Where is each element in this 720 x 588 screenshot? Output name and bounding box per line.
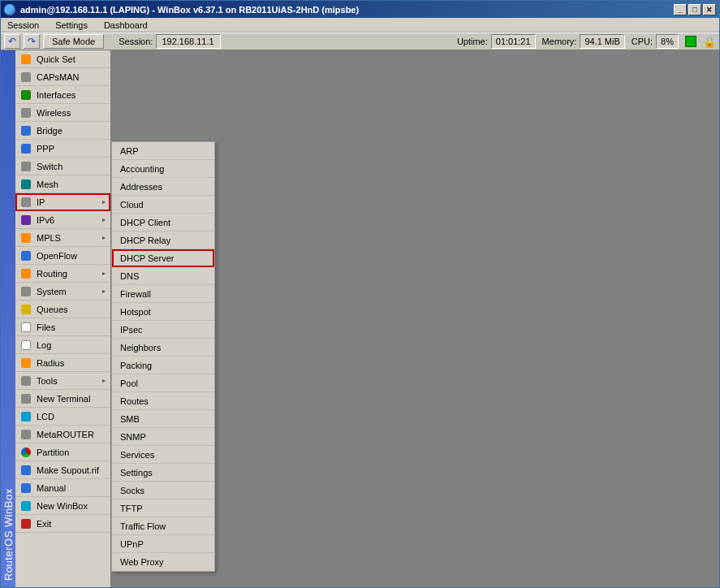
exit-icon — [20, 518, 32, 530]
submenu-item-label: Neighbors — [120, 343, 161, 352]
sidebar-item-label: Exit — [37, 519, 51, 529]
submenu-item-neighbors[interactable]: Neighbors — [112, 339, 214, 357]
sidebar-item-openflow[interactable]: OpenFlow — [15, 247, 110, 265]
submenu-item-label: Cloud — [120, 200, 144, 210]
submenu-item-services[interactable]: Services — [112, 446, 214, 464]
menu-session[interactable]: Session — [4, 19, 42, 32]
sidebar-item-log[interactable]: Log — [15, 336, 110, 354]
submenu-item-upnp[interactable]: UPnP — [112, 535, 214, 553]
log-icon — [20, 339, 32, 351]
sidebar-item-switch[interactable]: Switch — [15, 158, 110, 175]
submenu-item-addresses[interactable]: Addresses — [112, 178, 214, 196]
submenu-item-pool[interactable]: Pool — [112, 374, 214, 392]
sidebar-item-routing[interactable]: Routing▸ — [15, 265, 110, 283]
sidebar-item-mesh[interactable]: Mesh — [15, 175, 110, 193]
submenu-item-firewall[interactable]: Firewall — [112, 285, 214, 303]
sidebar-item-exit[interactable]: Exit — [15, 515, 110, 533]
system-icon — [20, 286, 32, 297]
sidebar-item-label: New Terminal — [37, 394, 90, 404]
sidebar-item-label: Radius — [37, 358, 64, 368]
sidebar-item-ip[interactable]: IP▸ — [15, 193, 110, 211]
cpu-label: CPU: — [632, 37, 653, 46]
submenu-item-cloud[interactable]: Cloud — [112, 196, 214, 214]
sidebar-item-radius[interactable]: Radius — [15, 354, 110, 372]
session-label: Session: — [119, 37, 153, 46]
submenu-item-dhcp-client[interactable]: DHCP Client — [112, 214, 214, 231]
submenu-item-label: Traffic Flow — [120, 521, 166, 531]
sidebar-item-mpls[interactable]: MPLS▸ — [15, 229, 110, 247]
sidebar-item-ipv6[interactable]: IPv6▸ — [15, 211, 110, 229]
sidebar-item-capsman[interactable]: CAPsMAN — [15, 68, 110, 86]
session-value-box[interactable]: 192.168.11.1 — [156, 34, 221, 49]
sidebar-item-ppp[interactable]: PPP — [15, 140, 110, 158]
menu-settings[interactable]: Settings — [52, 19, 91, 32]
submenu-item-label: UPnP — [120, 539, 144, 549]
submenu-item-dns[interactable]: DNS — [112, 267, 214, 285]
submenu-item-traffic-flow[interactable]: Traffic Flow — [112, 517, 214, 535]
cpu-value-box: 8% — [656, 34, 679, 49]
sidebar-item-metarouter[interactable]: MetaROUTER — [15, 426, 110, 443]
memory-value-box: 94.1 MiB — [580, 34, 624, 49]
submenu-item-smb[interactable]: SMB — [112, 410, 214, 428]
close-button[interactable]: ✕ — [703, 4, 716, 15]
sidebar-item-bridge[interactable]: Bridge — [15, 122, 110, 140]
submenu-item-web-proxy[interactable]: Web Proxy — [112, 553, 214, 571]
submenu-item-label: ARP — [120, 146, 139, 156]
submenu-item-label: Packing — [120, 361, 152, 370]
sidebar-item-manual[interactable]: Manual — [15, 479, 110, 497]
submenu-item-label: DNS — [120, 271, 139, 281]
app-window: admin@192.168.11.1 (LAPING) - WinBox v6.… — [0, 0, 720, 588]
submenu-item-dhcp-server[interactable]: DHCP Server — [112, 249, 214, 267]
submenu-item-socks[interactable]: Socks — [112, 482, 214, 499]
sidebar-item-new-winbox[interactable]: New WinBox — [15, 497, 110, 515]
metarouter-icon — [20, 429, 32, 440]
sidebar-item-queues[interactable]: Queues — [15, 300, 110, 318]
sidebar-item-label: CAPsMAN — [37, 72, 80, 82]
menu-dashboard[interactable]: Dashboard — [101, 19, 151, 32]
submenu-item-routes[interactable]: Routes — [112, 392, 214, 410]
memory-value: 94.1 MiB — [584, 37, 619, 46]
minimize-button[interactable]: _ — [674, 4, 687, 15]
sidebar-item-lcd[interactable]: LCD — [15, 408, 110, 426]
sidebar-item-wireless[interactable]: Wireless — [15, 104, 110, 122]
sidebar-item-tools[interactable]: Tools▸ — [15, 372, 110, 390]
sidebar-item-system[interactable]: System▸ — [15, 283, 110, 300]
sidebar-item-label: System — [37, 287, 67, 296]
interfaces-icon — [20, 89, 32, 101]
session-value: 192.168.11.1 — [162, 37, 213, 46]
sidebar-item-partition[interactable]: Partition — [15, 443, 110, 461]
sidebar-item-new-terminal[interactable]: New Terminal — [15, 390, 110, 408]
sidebar-item-interfaces[interactable]: Interfaces — [15, 86, 110, 104]
window-controls: _ □ ✕ — [674, 4, 716, 15]
submenu-item-settings[interactable]: Settings — [112, 464, 214, 482]
submenu-item-tftp[interactable]: TFTP — [112, 499, 214, 517]
sidebar-item-files[interactable]: Files — [15, 318, 110, 336]
new-terminal-icon — [20, 393, 32, 404]
sidebar-item-label: PPP — [37, 144, 54, 153]
redo-button[interactable]: ↷ — [24, 34, 40, 49]
sidebar-item-make-supout-rif[interactable]: Make Supout.rif — [15, 461, 110, 479]
routing-icon — [20, 268, 32, 279]
chevron-right-icon: ▸ — [102, 270, 106, 277]
sidebar-item-label: Quick Set — [37, 54, 75, 64]
submenu-item-arp[interactable]: ARP — [112, 142, 214, 160]
submenu-item-label: DHCP Server — [120, 253, 174, 263]
sidebar-item-label: Switch — [37, 162, 63, 171]
maximize-button[interactable]: □ — [688, 4, 701, 15]
submenu-item-hotspot[interactable]: Hotspot — [112, 303, 214, 321]
uptime-value: 01:01:21 — [496, 37, 531, 46]
submenu-item-ipsec[interactable]: IPsec — [112, 321, 214, 339]
sidebar-item-label: Manual — [37, 483, 66, 493]
safe-mode-button[interactable]: Safe Mode — [43, 34, 104, 49]
queues-icon — [20, 304, 32, 315]
submenu-item-snmp[interactable]: SNMP — [112, 428, 214, 446]
submenu-item-accounting[interactable]: Accounting — [112, 160, 214, 178]
submenu-item-dhcp-relay[interactable]: DHCP Relay — [112, 231, 214, 249]
sidebar-item-label: New WinBox — [37, 501, 88, 511]
submenu-item-packing[interactable]: Packing — [112, 357, 214, 374]
sidebar-item-quick-set[interactable]: Quick Set — [15, 50, 110, 68]
undo-button[interactable]: ↶ — [4, 34, 20, 49]
submenu-item-label: Web Proxy — [120, 557, 164, 567]
submenu-item-label: DHCP Client — [120, 218, 170, 227]
sidebar-item-label: Partition — [37, 447, 69, 457]
